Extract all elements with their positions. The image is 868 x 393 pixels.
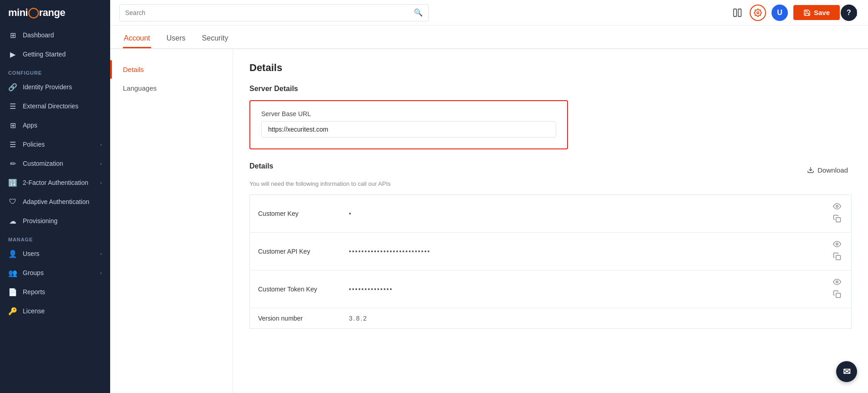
sidebar-item-license[interactable]: 🔑 License xyxy=(0,301,110,321)
topbar-right: U Save xyxy=(731,5,859,21)
copy-icon-button[interactable] xyxy=(831,251,843,264)
sidebar-item-label: Dashboard xyxy=(23,31,102,39)
license-icon: 🔑 xyxy=(8,306,17,316)
svg-point-2 xyxy=(757,11,759,14)
row-value: •••••••••••••••••••••••••• xyxy=(341,233,815,271)
dashboard-icon: ⊞ xyxy=(8,31,17,40)
sidebar-item-label: Groups xyxy=(23,269,95,276)
chevron-right-icon: › xyxy=(100,180,102,185)
table-row: Customer Key • xyxy=(250,195,852,233)
search-input[interactable] xyxy=(125,9,410,16)
sidebar-item-provisioning[interactable]: ☁ Provisioning xyxy=(0,211,110,230)
help-icon-button[interactable]: ? xyxy=(841,5,857,21)
svg-point-4 xyxy=(836,205,838,208)
reports-icon: 📄 xyxy=(8,287,17,296)
users-icon: 👤 xyxy=(8,249,17,258)
sidebar-item-getting-started[interactable]: ▶ Getting Started xyxy=(0,45,110,64)
book-icon-button[interactable] xyxy=(731,6,744,20)
sidebar-item-users[interactable]: 👤 Users › xyxy=(0,244,110,263)
2fa-icon: 🔢 xyxy=(8,178,17,187)
subnav-item-languages[interactable]: Languages xyxy=(110,79,233,97)
chevron-right-icon: › xyxy=(100,142,102,147)
sidebar-item-policies[interactable]: ☰ Policies › xyxy=(0,135,110,154)
sidebar-item-label: Policies xyxy=(23,141,95,148)
sidebar-item-label: 2-Factor Authentication xyxy=(23,179,95,186)
eye-icon-button[interactable] xyxy=(831,239,843,251)
sidebar: mini◯range ⊞ Dashboard ▶ Getting Started… xyxy=(0,0,110,393)
svg-rect-0 xyxy=(734,9,736,16)
svg-rect-1 xyxy=(738,9,741,16)
tab-users[interactable]: Users xyxy=(166,28,187,48)
svg-rect-9 xyxy=(836,293,841,298)
sidebar-item-label: Apps xyxy=(23,122,102,129)
row-label: Customer Token Key xyxy=(250,271,341,308)
sidebar-item-external-directories[interactable]: ☰ External Directories xyxy=(0,97,110,116)
main-content: 🔍 U Save Account Users Security xyxy=(110,0,868,393)
details-section-header: Details Download xyxy=(249,162,852,178)
user-avatar[interactable]: U xyxy=(772,5,788,21)
search-icon: 🔍 xyxy=(414,8,423,17)
settings-gear-button[interactable] xyxy=(750,5,766,21)
sidebar-item-adaptive-auth[interactable]: 🛡 Adaptive Authentication xyxy=(0,192,110,211)
search-container[interactable]: 🔍 xyxy=(119,4,429,21)
sidebar-item-label: Users xyxy=(23,250,95,257)
sidebar-item-identity-providers[interactable]: 🔗 Identity Providers xyxy=(0,77,110,97)
sidebar-item-label: Identity Providers xyxy=(23,83,102,91)
eye-icon-button[interactable] xyxy=(831,201,843,214)
server-base-url-label: Server Base URL xyxy=(261,110,556,117)
svg-rect-5 xyxy=(836,218,841,222)
sidebar-item-label: Provisioning xyxy=(23,217,102,225)
svg-point-8 xyxy=(836,281,838,283)
content-area: Details Languages Details Server Details… xyxy=(110,49,868,393)
save-button[interactable]: Save xyxy=(793,5,840,20)
sidebar-item-customization[interactable]: ✏ Customization › xyxy=(0,154,110,173)
table-row: Customer Token Key •••••••••••••• xyxy=(250,271,852,308)
sidebar-item-groups[interactable]: 👥 Groups › xyxy=(0,263,110,282)
table-row: Customer API Key •••••••••••••••••••••••… xyxy=(250,233,852,271)
row-value: • xyxy=(341,195,815,233)
tabs-bar: Account Users Security xyxy=(110,26,868,49)
tab-security[interactable]: Security xyxy=(201,28,229,48)
copy-icon-button[interactable] xyxy=(831,289,843,301)
tab-account[interactable]: Account xyxy=(123,28,151,48)
brand-name: mini◯range xyxy=(8,7,65,19)
eye-icon-button[interactable] xyxy=(831,277,843,289)
table-row: Version number 3.8.2 xyxy=(250,308,852,329)
details-subtitle: You will need the following information … xyxy=(249,180,852,187)
apps-icon: ⊞ xyxy=(8,121,17,130)
manage-section-label: Manage xyxy=(0,230,110,244)
sidebar-item-2fa[interactable]: 🔢 2-Factor Authentication › xyxy=(0,173,110,192)
adaptive-auth-icon: 🛡 xyxy=(8,197,17,206)
chevron-right-icon: › xyxy=(100,251,102,256)
sidebar-item-label: Adaptive Authentication xyxy=(23,198,102,205)
sidebar-item-dashboard[interactable]: ⊞ Dashboard xyxy=(0,26,110,45)
row-value: 3.8.2 xyxy=(341,308,815,329)
server-base-url-input[interactable] xyxy=(261,121,556,138)
policies-icon: ☰ xyxy=(8,140,17,149)
download-button[interactable]: Download xyxy=(803,164,852,176)
sidebar-item-apps[interactable]: ⊞ Apps xyxy=(0,116,110,135)
server-section-title: Server Details xyxy=(249,85,852,93)
provisioning-icon: ☁ xyxy=(8,216,17,225)
info-table: Customer Key • Customer API Key xyxy=(249,194,852,329)
row-label: Customer API Key xyxy=(250,233,341,271)
svg-rect-7 xyxy=(836,255,841,260)
logo: mini◯range xyxy=(0,0,110,26)
download-label: Download xyxy=(817,166,848,174)
getting-started-icon: ▶ xyxy=(8,50,17,59)
row-value: •••••••••••••• xyxy=(341,271,815,308)
subnav-item-details[interactable]: Details xyxy=(110,60,233,79)
groups-icon: 👥 xyxy=(8,268,17,277)
subnav: Details Languages xyxy=(110,49,233,393)
row-actions xyxy=(815,271,852,308)
identity-providers-icon: 🔗 xyxy=(8,82,17,92)
details-section-title: Details xyxy=(249,162,273,170)
row-actions xyxy=(815,195,852,233)
brand-logo-o: ◯ xyxy=(28,7,39,18)
chevron-right-icon: › xyxy=(100,161,102,166)
external-directories-icon: ☰ xyxy=(8,102,17,111)
sidebar-item-reports[interactable]: 📄 Reports xyxy=(0,282,110,301)
chevron-right-icon: › xyxy=(100,270,102,276)
copy-icon-button[interactable] xyxy=(831,214,843,226)
help-bubble[interactable]: ✉ xyxy=(836,361,857,382)
